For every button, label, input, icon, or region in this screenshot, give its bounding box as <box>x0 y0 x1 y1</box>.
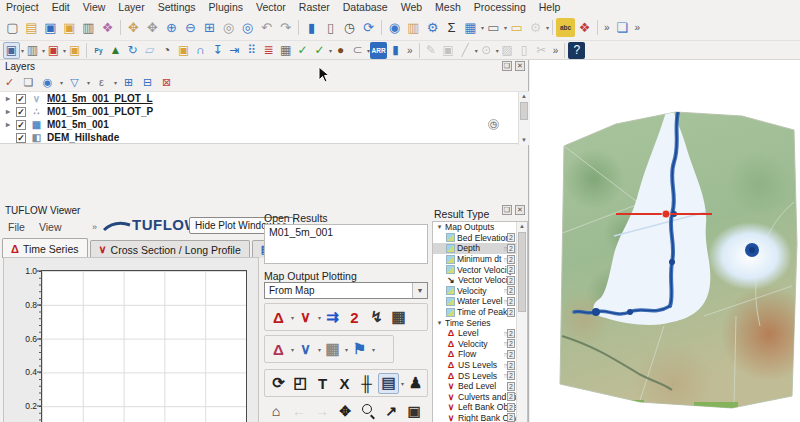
remove-layer-button[interactable]: ⊠ <box>159 75 174 90</box>
style-manager-button[interactable]: ❖ <box>98 18 117 37</box>
open-results-list[interactable]: M01_5m_001 <box>264 224 428 264</box>
tuflow-platypus-button[interactable]: ● <box>332 42 349 59</box>
collapse-all-button[interactable]: ⊟ <box>140 75 155 90</box>
toolbar1-overflow2-button[interactable]: » <box>635 22 641 33</box>
tuflow-view-window-button[interactable]: ▦ <box>277 42 294 59</box>
scroll-thumb[interactable] <box>518 232 526 312</box>
layer-checkbox[interactable]: ✓ <box>16 94 26 104</box>
timeseries-depth-dropdown-icon[interactable]: ▾ <box>291 346 294 353</box>
add-group-button[interactable]: ❏ <box>21 75 36 90</box>
collapse-icon[interactable]: ▾ <box>436 223 443 231</box>
mesh-grid-button[interactable]: ▦ <box>388 307 409 328</box>
layer-checkbox[interactable]: ✓ <box>16 107 26 117</box>
tuflow-arr-button[interactable]: ARR <box>370 42 387 59</box>
refresh-plot-button[interactable]: ⟳ <box>268 373 289 394</box>
tuflow-run-button[interactable]: ≣ <box>260 42 277 59</box>
plot-cross-section-button[interactable]: ∨ <box>295 307 316 328</box>
tree-item-row[interactable]: Velocity↑↑2 <box>433 286 527 297</box>
plot-timeseries-dropdown-icon[interactable]: ▾ <box>291 314 294 321</box>
layer-label[interactable]: DEM_Hillshade <box>47 132 119 143</box>
cross-section-depth-button[interactable]: ∨ <box>295 339 316 360</box>
filter-by-expression-dropdown-icon[interactable]: ▾ <box>114 79 117 86</box>
home-view-button[interactable]: ⌂ <box>266 401 286 420</box>
tree-item-row[interactable]: ΔFlow↑↑2 <box>433 349 527 360</box>
secondary-axis-badge[interactable]: 2 <box>507 286 515 295</box>
tree-item-row[interactable]: ↘Vector Velocity Ve...2 <box>433 275 527 286</box>
select-by-value-button[interactable]: ▣ <box>66 42 83 59</box>
tuflow-menu-overflow-icon[interactable]: » <box>92 222 97 232</box>
secondary-axis-badge[interactable]: 2 <box>507 392 515 401</box>
axis-arrows-icon[interactable]: ↑↑ <box>503 298 506 305</box>
tuflow-package-button[interactable]: ▣ <box>175 42 192 59</box>
tuflow-import-button[interactable]: ↧ <box>209 42 226 59</box>
pan-plot-button[interactable]: ✥ <box>335 401 355 420</box>
axis-limits-button[interactable]: ↗ <box>381 401 401 420</box>
duplicate-layer-button[interactable]: ❏ <box>613 18 632 37</box>
secondary-axis-badge[interactable]: 2 <box>507 371 515 380</box>
tuflow-check-1d-button[interactable]: ✓ <box>311 42 328 59</box>
menu-vector[interactable]: Vector <box>256 1 286 13</box>
menu-project[interactable]: Project <box>6 1 39 13</box>
tuflow-manual-button[interactable]: ▮ <box>387 42 404 59</box>
tuflow-import-empty-button[interactable]: ▱ <box>141 42 158 59</box>
plot-cross-section-dropdown-icon[interactable]: ▾ <box>318 314 321 321</box>
timeseries-depth-button[interactable]: Δ <box>268 339 289 360</box>
axis-arrows-icon[interactable]: ↑↑ <box>503 362 506 369</box>
combo-dropdown-icon[interactable]: ▼ <box>412 283 427 298</box>
tree-item-row[interactable]: ΔVelocity↑↑2 <box>433 339 527 350</box>
save-project-as-button[interactable]: ▣ <box>60 18 79 37</box>
menu-web[interactable]: Web <box>401 1 422 13</box>
axis-arrows-icon[interactable]: ↑↑ <box>503 245 506 252</box>
legend-options-button[interactable]: ▤ <box>378 373 399 394</box>
layers-float-icon[interactable]: ❏ <box>502 61 512 71</box>
pan-map-button[interactable]: ✥ <box>124 18 143 37</box>
tab-time-series[interactable]: ΔTime Series <box>2 238 88 258</box>
tuflow-refresh-button[interactable]: ↻ <box>124 42 141 59</box>
tree-item-row[interactable]: Time of Peak h2 <box>433 307 527 318</box>
measure-button[interactable]: ▭ <box>484 18 503 37</box>
save-figure-button[interactable]: ▣ <box>404 401 424 420</box>
tuflow-tunnel-button[interactable]: ∩ <box>192 42 209 59</box>
layer-row[interactable]: ▸✓▦M01_5m_001◷ <box>0 118 529 131</box>
secondary-axis-badge[interactable]: 2 <box>507 339 515 348</box>
add-vertical-markers-button[interactable]: ╫ <box>356 373 377 394</box>
tuflow-menu-file[interactable]: File <box>8 221 25 233</box>
menu-layer[interactable]: Layer <box>118 1 144 13</box>
secondary-axis-badge[interactable]: 2 <box>507 265 515 274</box>
secondary-axis-badge[interactable]: 2 <box>507 329 515 338</box>
axis-arrows-icon[interactable]: ↑↑ <box>503 256 506 263</box>
secondary-axis-badge[interactable]: 2 <box>507 382 515 391</box>
refresh-map-button[interactable]: ⟳ <box>359 18 378 37</box>
identify-features-button[interactable]: ◉ <box>385 18 404 37</box>
layer-row[interactable]: ▸✓∨M01_5m_001_PLOT_L <box>0 92 529 105</box>
sum-features-button[interactable]: Σ <box>442 18 461 37</box>
tree-item-row[interactable]: ∨Culverts and Pipes2 <box>433 392 527 403</box>
tuflow-configure-project-button[interactable]: ▲ <box>107 42 124 59</box>
zoom-next-button[interactable]: ↷ <box>276 18 295 37</box>
scroll-up-icon[interactable]: ▲ <box>517 222 527 231</box>
layout-manager-button[interactable]: ▥ <box>79 18 98 37</box>
manage-map-themes-dropdown-icon[interactable]: ▾ <box>60 79 63 86</box>
menu-settings[interactable]: Settings <box>158 1 196 13</box>
cursor-tracking-button[interactable]: ↯ <box>366 307 387 328</box>
axis-arrows-icon[interactable]: ↑↑ <box>503 372 506 379</box>
python-console-button[interactable]: Py <box>90 42 107 59</box>
attribute-table-button[interactable]: ▦ <box>461 18 480 37</box>
tab-cross-section-long-profile[interactable]: ∨Cross Section / Long Profile <box>90 240 250 258</box>
cross-section-depth-dropdown-icon[interactable]: ▾ <box>318 346 321 353</box>
select-by-form-button[interactable]: ▥ <box>24 42 41 59</box>
map-canvas[interactable] <box>530 60 800 422</box>
tuflow-tcf-button[interactable]: ⠿ <box>243 42 260 59</box>
zoom-to-layer-button[interactable]: ◎ <box>238 18 257 37</box>
open-results-item[interactable]: M01_5m_001 <box>265 225 427 239</box>
secondary-axis-badge[interactable]: 2 <box>507 297 515 306</box>
tuflow-float-icon[interactable]: ❏ <box>502 205 512 215</box>
toolbar2-overflow2-button[interactable]: » <box>553 45 559 56</box>
labels-button[interactable]: abc <box>556 18 575 37</box>
expand-all-button[interactable]: ⊞ <box>121 75 136 90</box>
options-dropdown-icon[interactable]: ▾ <box>546 24 549 31</box>
menu-database[interactable]: Database <box>343 1 388 13</box>
add-location-marker-button[interactable]: X <box>334 373 355 394</box>
expander-icon[interactable]: ▸ <box>4 107 12 116</box>
tree-group-row[interactable]: ▾Map Outputs <box>433 222 527 233</box>
